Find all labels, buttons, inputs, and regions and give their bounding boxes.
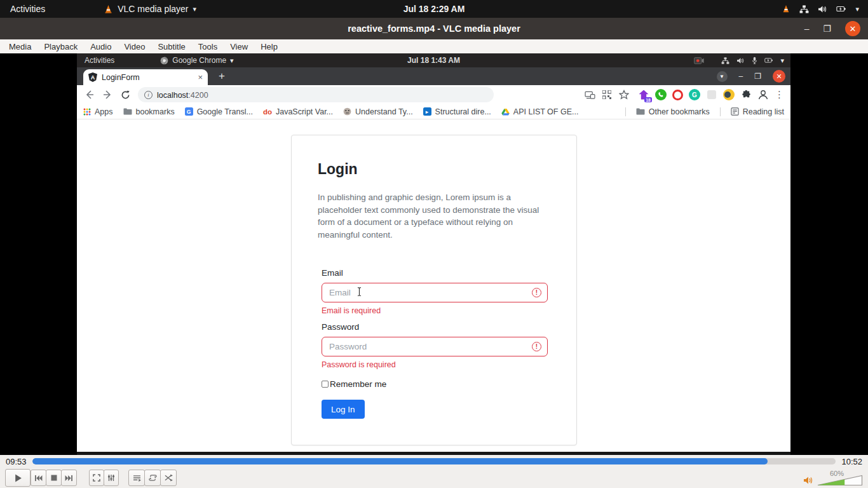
bookmarks-bar: Apps bookmarks G Google Transl... do Jav… — [77, 104, 790, 119]
volume-slider[interactable] — [817, 475, 863, 486]
extended-settings-button[interactable] — [104, 470, 119, 486]
shuffle-button[interactable] — [160, 470, 177, 486]
network-icon — [799, 5, 809, 13]
new-tab-button[interactable]: + — [214, 69, 229, 83]
email-label: Email — [322, 268, 343, 278]
badge-18: 18 — [644, 97, 652, 102]
bookmark-label: JavaScript Var... — [276, 107, 333, 116]
vlc-app-menu-label: VLC media player — [118, 4, 188, 14]
chrome-menu-icon[interactable]: ⋮ — [775, 89, 784, 100]
menu-tools[interactable]: Tools — [192, 42, 224, 51]
previous-button[interactable] — [31, 470, 46, 486]
reading-list-button[interactable]: Reading list — [731, 107, 784, 116]
menu-view[interactable]: View — [224, 42, 254, 51]
menu-help[interactable]: Help — [254, 42, 284, 51]
grammarly-icon[interactable]: G — [689, 89, 700, 100]
page-info-icon[interactable]: i — [144, 91, 153, 99]
network-icon — [721, 57, 729, 64]
bookmark-devto[interactable]: do JavaScript Var... — [263, 107, 333, 116]
menu-subtitle[interactable]: Subtitle — [151, 42, 191, 51]
chevron-down-icon: ▾ — [230, 57, 234, 65]
face-icon — [343, 107, 351, 116]
bookmark-folder-bookmarks[interactable]: bookmarks — [123, 107, 175, 116]
time-total: 10:52 — [836, 457, 868, 466]
disabled-extension-icon[interactable] — [706, 89, 717, 100]
vlc-app-menu[interactable]: VLC media player ▾ — [104, 4, 196, 14]
chevron-down-icon: ▾ — [193, 5, 197, 13]
chrome-restore-button[interactable]: ❐ — [754, 72, 761, 81]
fullscreen-button[interactable] — [89, 470, 104, 486]
login-card: Login In publishing and graphic design, … — [291, 135, 577, 445]
bookmark-api-list[interactable]: API LIST OF GE... — [501, 107, 579, 116]
bookmark-understand-ty[interactable]: Understand Ty... — [343, 107, 413, 116]
close-button[interactable]: ✕ — [845, 21, 860, 36]
play-button[interactable] — [5, 469, 31, 487]
playlist-button[interactable] — [128, 470, 145, 486]
recorded-system-tray: ▾ — [694, 57, 790, 65]
bookmark-structural-directives[interactable]: ▸ Structural dire... — [423, 107, 491, 116]
menu-audio[interactable]: Audio — [84, 42, 118, 51]
extension-badge18-icon[interactable]: 18 — [638, 89, 649, 100]
profile-avatar-icon[interactable] — [757, 89, 769, 100]
opera-ring-icon[interactable] — [672, 90, 683, 100]
back-icon[interactable] — [82, 87, 97, 102]
recorded-clock: Jul 18 1:43 AM — [407, 56, 460, 65]
google-translate-icon: G — [185, 107, 193, 116]
microphone-icon — [752, 57, 757, 64]
chrome-update-icon[interactable]: ▼ — [717, 71, 728, 82]
tab-close-icon[interactable]: × — [198, 72, 203, 82]
chrome-minimize-button[interactable]: – — [739, 72, 743, 81]
qr-grid-icon[interactable] — [601, 89, 613, 100]
remember-me-checkbox[interactable] — [322, 381, 329, 388]
volume-icon — [736, 57, 745, 64]
bookmark-label: Google Transl... — [197, 107, 253, 116]
bookmark-star-icon[interactable] — [618, 89, 630, 100]
chrome-close-button[interactable]: ✕ — [773, 70, 785, 83]
reading-list-icon — [731, 107, 739, 116]
blue-play-icon: ▸ — [423, 107, 431, 116]
login-description: In publishing and graphic design, Lorem … — [318, 191, 548, 241]
address-bar[interactable]: i localhost:4200 — [138, 87, 494, 102]
email-error-text: Email is required — [322, 306, 381, 315]
toolbar-extensions: 18 G ⋮ — [584, 89, 785, 100]
next-button[interactable] — [61, 470, 77, 486]
vlc-seek-row: 09:53 10:52 — [0, 455, 868, 468]
login-button[interactable]: Log In — [322, 400, 365, 419]
tab-loginform[interactable]: A LoginForm × — [83, 69, 208, 85]
loop-button[interactable] — [144, 470, 161, 486]
ubuntu-clock[interactable]: Jul 18 2:29 AM — [403, 4, 465, 14]
reading-list-label: Reading list — [743, 107, 784, 116]
stop-button[interactable] — [46, 470, 62, 486]
seek-bar[interactable] — [32, 458, 836, 464]
forward-icon[interactable] — [100, 87, 115, 102]
menu-playback[interactable]: Playback — [37, 42, 84, 51]
menu-media[interactable]: Media — [3, 42, 37, 51]
other-bookmarks-button[interactable]: Other bookmarks — [636, 107, 710, 116]
activities-button[interactable]: Activities — [0, 4, 55, 14]
minimize-button[interactable]: – — [804, 24, 810, 34]
bookmark-google-translate[interactable]: G Google Transl... — [185, 107, 253, 116]
password-label: Password — [322, 322, 359, 332]
restore-button[interactable]: ❐ — [823, 24, 831, 34]
url-port: :4200 — [188, 91, 208, 100]
bookmark-label: Structural dire... — [435, 107, 491, 116]
extensions-puzzle-icon[interactable] — [740, 89, 752, 100]
page-title: Login — [318, 161, 358, 178]
chevron-down-icon: ▾ — [780, 57, 784, 65]
apps-shortcut[interactable]: Apps — [83, 107, 113, 116]
ubuntu-top-bar: Activities VLC media player ▾ Jul 18 2:2… — [0, 0, 868, 18]
time-elapsed: 09:53 — [0, 457, 32, 466]
dark-reader-icon[interactable] — [723, 89, 735, 100]
reload-icon[interactable] — [118, 87, 133, 102]
login-page: Login In publishing and graphic design, … — [77, 120, 790, 452]
whatsapp-icon[interactable] — [655, 89, 667, 100]
remember-me-label: Remember me — [330, 379, 386, 389]
mute-volume-icon[interactable] — [803, 476, 813, 485]
media-controls-icon[interactable] — [584, 89, 595, 100]
menu-video[interactable]: Video — [118, 42, 151, 51]
password-field[interactable] — [322, 337, 548, 356]
exclamation-glyph: ! — [536, 343, 538, 350]
email-field[interactable] — [322, 283, 548, 302]
vlc-video-area[interactable]: Activities Google Chrome ▾ Jul 18 1:43 A… — [0, 53, 868, 455]
ubuntu-system-tray[interactable]: ▾ — [782, 4, 868, 13]
